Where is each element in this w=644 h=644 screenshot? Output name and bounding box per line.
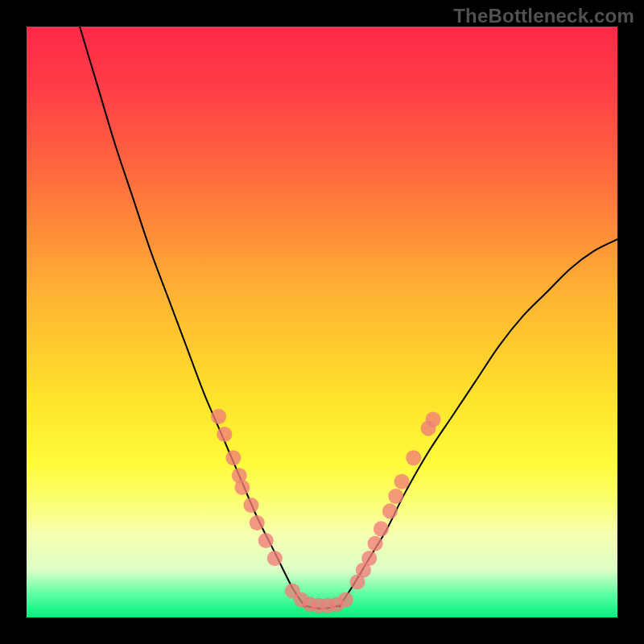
scatter-dot	[425, 412, 440, 427]
scatter-dot	[267, 551, 283, 566]
scatter-dot	[234, 480, 250, 495]
scatter-dot	[394, 474, 410, 489]
scatter-dot	[368, 536, 383, 551]
scatter-dot	[225, 450, 241, 465]
scatter-dot	[388, 489, 403, 504]
watermark-label: TheBottleneck.com	[453, 5, 634, 27]
scatter-dot	[338, 592, 353, 607]
plot-area	[27, 27, 617, 617]
scatter-dot	[217, 427, 232, 442]
scatter-dot	[258, 533, 274, 548]
scatter-dot	[406, 450, 421, 465]
scatter-dot	[374, 521, 389, 536]
line-group	[80, 27, 617, 609]
v-curve	[80, 27, 617, 609]
scatter-dot	[382, 503, 398, 518]
scatter-dot	[250, 515, 265, 530]
curves-svg	[27, 27, 617, 617]
scatter-group	[211, 409, 441, 613]
chart-frame: TheBottleneck.com	[0, 0, 644, 644]
scatter-dot	[211, 409, 226, 424]
scatter-dot	[361, 551, 377, 566]
scatter-dot	[243, 497, 258, 513]
